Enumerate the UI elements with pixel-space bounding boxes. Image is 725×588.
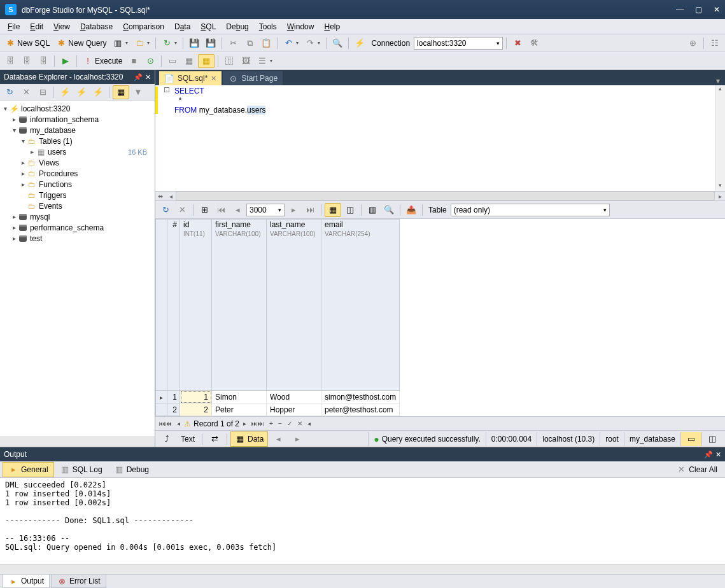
table-mode-dropdown[interactable]: (read only)▾ bbox=[451, 204, 610, 216]
export-icon[interactable]: 📤 bbox=[404, 203, 419, 217]
output-text[interactable]: DML succeeded [0.022s] 1 row inserted [0… bbox=[0, 478, 725, 564]
refresh-icon[interactable]: ↻ bbox=[2, 85, 17, 99]
clear-all-button[interactable]: ✕Clear All bbox=[671, 463, 722, 477]
db-button-1[interactable]: 🗄 bbox=[3, 54, 18, 68]
nav-next-icon[interactable]: ▸ bbox=[242, 420, 248, 427]
menu-window[interactable]: Window bbox=[282, 20, 320, 33]
sql-editor[interactable]: - SELECT * FROM my_database.users ▴▾ bbox=[155, 85, 725, 191]
close-button[interactable]: ✕ bbox=[714, 5, 720, 14]
find-icon[interactable]: 🔍 bbox=[381, 203, 397, 217]
last-page-icon[interactable]: ⏭ bbox=[302, 203, 318, 217]
overflow-1-button[interactable]: ⊕ bbox=[685, 36, 700, 50]
output-close-icon[interactable]: ✕ bbox=[715, 451, 721, 459]
nav-prev-icon[interactable]: ◂ bbox=[176, 420, 181, 427]
editor-hscroll[interactable]: ⬌◂▸ bbox=[155, 191, 725, 201]
output-tab-sql-log[interactable]: ▥SQL Log bbox=[54, 462, 108, 477]
db-button-3[interactable]: 🗄 bbox=[36, 54, 51, 68]
minimize-button[interactable]: — bbox=[676, 5, 684, 14]
paste-button[interactable]: 📋 bbox=[258, 36, 274, 50]
bottom-tab-output[interactable]: ▸Output bbox=[3, 575, 50, 588]
text-view-button[interactable]: Text bbox=[177, 433, 199, 445]
db-button-2[interactable]: 🗄 bbox=[19, 54, 34, 68]
menu-database[interactable]: Database bbox=[75, 20, 118, 33]
nav-add-icon[interactable]: + bbox=[268, 420, 274, 427]
prev-page-icon[interactable]: ◂ bbox=[230, 203, 245, 217]
code-area[interactable]: SELECT * FROM my_database.users bbox=[172, 85, 715, 191]
open-dropdown[interactable]: 🗀▾ bbox=[132, 36, 152, 50]
image-button[interactable]: 🖼 bbox=[238, 54, 253, 68]
panel-close-icon[interactable]: ✕ bbox=[145, 73, 151, 81]
more-button[interactable]: ☰▾ bbox=[255, 54, 275, 68]
conn2-icon[interactable]: ⚡ bbox=[74, 85, 89, 99]
nav-last-icon[interactable]: ⏭⏭ bbox=[250, 420, 265, 427]
menu-debug[interactable]: Debug bbox=[221, 20, 253, 33]
page-size-dropdown[interactable]: 3000▾ bbox=[246, 204, 285, 216]
menu-data[interactable]: Data bbox=[169, 20, 195, 33]
highlight-button[interactable]: ▦ bbox=[198, 54, 215, 68]
disconnect-button[interactable]: ✖ bbox=[510, 36, 525, 50]
tree-scrollbar[interactable] bbox=[0, 437, 155, 447]
output-tab-general[interactable]: ▸General bbox=[3, 462, 54, 477]
format-button[interactable]: ⿲ bbox=[222, 54, 237, 68]
pin-icon[interactable]: 📌 bbox=[134, 73, 143, 81]
new-sql-button[interactable]: ✱New SQL bbox=[3, 36, 52, 50]
step-button[interactable]: ⊙ bbox=[143, 54, 158, 68]
nav-cancel-icon[interactable]: ✕ bbox=[296, 420, 304, 427]
collapse-icon[interactable]: ⊟ bbox=[35, 85, 50, 99]
output-tab-debug[interactable]: ▥Debug bbox=[108, 462, 155, 477]
menu-tools[interactable]: Tools bbox=[254, 20, 282, 33]
menu-view[interactable]: View bbox=[48, 20, 75, 33]
grid-icon[interactable]: ⊞ bbox=[197, 203, 212, 217]
stop-button[interactable]: ■ bbox=[126, 54, 141, 68]
layout-icon-1[interactable]: ▭ bbox=[680, 432, 701, 446]
menu-comparison[interactable]: Comparison bbox=[118, 20, 169, 33]
prev-result-icon[interactable]: ◂ bbox=[269, 432, 287, 446]
tab-sql[interactable]: 📄 SQL.sql* ✕ bbox=[159, 71, 222, 85]
reconnect-button[interactable]: ↻▾ bbox=[159, 36, 179, 50]
explain-button[interactable]: ▦ bbox=[181, 54, 197, 68]
editor-vscroll[interactable]: ▴▾ bbox=[715, 85, 725, 191]
overflow-2-button[interactable]: ☷ bbox=[707, 36, 722, 50]
conn3-icon[interactable]: ⚡ bbox=[90, 85, 106, 99]
cut-button[interactable]: ✂ bbox=[225, 36, 241, 50]
results-grid[interactable]: # idINT(11) first_nameVARCHAR(100) last_… bbox=[155, 219, 725, 416]
open-doc-icon[interactable]: ⤴ bbox=[158, 432, 176, 446]
menu-sql[interactable]: SQL bbox=[195, 20, 221, 33]
layout-icon-2[interactable]: ◫ bbox=[701, 432, 722, 446]
undo-button[interactable]: ↶▾ bbox=[281, 36, 301, 50]
save-all-button[interactable]: 💾 bbox=[203, 36, 218, 50]
menu-edit[interactable]: Edit bbox=[25, 20, 48, 33]
tab-start-page[interactable]: ⊙ Start Page bbox=[223, 71, 283, 85]
nav-end-icon[interactable]: ◂ bbox=[306, 420, 312, 427]
data-view-button[interactable]: ▦Data bbox=[230, 431, 268, 447]
conn-icon[interactable]: ⚡ bbox=[57, 85, 73, 99]
execute-button[interactable]: !Execute bbox=[80, 54, 125, 68]
card-view-icon[interactable]: ◫ bbox=[342, 203, 358, 217]
nav-first-icon[interactable]: ⏮⏮ bbox=[158, 420, 173, 427]
maximize-button[interactable]: ▢ bbox=[695, 5, 702, 14]
output-hscroll[interactable] bbox=[0, 564, 725, 574]
first-page-icon[interactable]: ⏮ bbox=[213, 203, 229, 217]
db-tree[interactable]: ▾⚡localhost:3320 ▸information_schema ▾my… bbox=[0, 101, 155, 437]
nav-commit-icon[interactable]: ✓ bbox=[286, 420, 293, 427]
new-query-button[interactable]: ✱New Query bbox=[53, 36, 109, 50]
server-button[interactable]: 🛠 bbox=[526, 36, 542, 50]
tab-close-icon[interactable]: ✕ bbox=[211, 74, 216, 83]
columns-icon[interactable]: ▥ bbox=[365, 203, 380, 217]
menu-file[interactable]: File bbox=[3, 20, 25, 33]
refresh-results-icon[interactable]: ↻ bbox=[158, 203, 173, 217]
delete-icon[interactable]: ✕ bbox=[18, 85, 34, 99]
connection-dropdown[interactable]: localhost:3320▾ bbox=[414, 37, 503, 50]
table-row[interactable]: 1 1 Simon Wood simon@testhost.com bbox=[156, 391, 400, 403]
new-doc-dropdown[interactable]: ▥▾ bbox=[110, 36, 130, 50]
output-pin-icon[interactable]: 📌 bbox=[704, 451, 713, 459]
cancel-results-icon[interactable]: ✕ bbox=[174, 203, 190, 217]
save-button[interactable]: 💾 bbox=[187, 36, 202, 50]
next-result-icon[interactable]: ▸ bbox=[288, 432, 306, 446]
filter-icon[interactable]: ▼ bbox=[130, 85, 146, 99]
copy-button[interactable]: ⧉ bbox=[242, 36, 257, 50]
run-button[interactable]: ▶ bbox=[58, 54, 73, 68]
nav-remove-icon[interactable]: − bbox=[277, 420, 283, 427]
redo-button[interactable]: ↷▾ bbox=[302, 36, 323, 50]
swap-icon[interactable]: ⇄ bbox=[206, 432, 223, 446]
